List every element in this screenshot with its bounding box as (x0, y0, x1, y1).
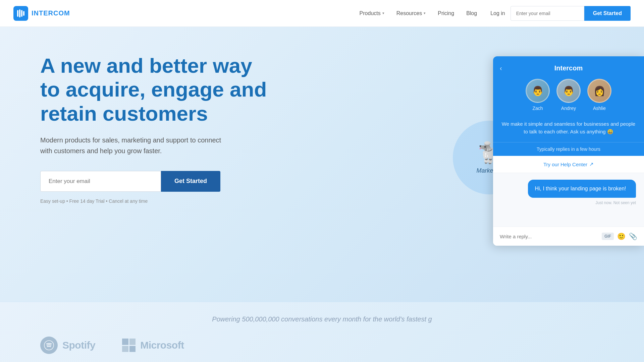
chat-messages: Hi, I think your landing page is broken!… (493, 173, 644, 227)
hero-tagline: Easy set-up • Free 14 day Trial • Cancel… (40, 198, 275, 204)
chat-input-area: GIF 🙂 📎 (493, 227, 644, 246)
agent-name-zach: Zach (532, 106, 543, 111)
logo-text: INTERCOM (32, 9, 70, 17)
agent-andrey: 👨 Andrey (556, 79, 581, 111)
microsoft-text: Microsoft (140, 340, 184, 351)
chat-message-meta: Just now. Not seen yet (501, 200, 636, 205)
attach-button[interactable]: 📎 (629, 232, 637, 240)
agent-name-ashlie: Ashlie (593, 106, 606, 111)
svg-rect-0 (17, 10, 18, 17)
logo[interactable]: INTERCOM (13, 6, 70, 21)
agent-name-andrey: Andrey (561, 106, 576, 111)
hero-content: A new and better way to acquire, engage … (40, 54, 275, 204)
agent-avatar-ashlie: 👩 (587, 79, 611, 103)
gif-button[interactable]: GIF (602, 233, 614, 240)
hero-subtext: Modern products for sales, marketing and… (40, 135, 235, 156)
nav-item-pricing[interactable]: Pricing (438, 10, 454, 16)
chat-reply-time: Typically replies in a few hours (493, 142, 644, 156)
svg-rect-3 (23, 11, 24, 16)
svg-rect-2 (21, 10, 22, 17)
spotify-icon (40, 337, 58, 354)
login-link[interactable]: Log in (490, 10, 505, 16)
nav-item-blog[interactable]: Blog (466, 10, 477, 16)
help-center-link[interactable]: Try our Help Center ↗ (501, 161, 636, 167)
navbar: INTERCOM Products ▾ Resources ▾ Pricing … (0, 0, 644, 27)
chat-description: We make it simple and seamless for busin… (493, 120, 644, 142)
brand-logos: Spotify Microsoft (40, 337, 604, 354)
chat-input-actions: GIF 🙂 📎 (602, 232, 637, 240)
nav-links: Products ▾ Resources ▾ Pricing Blog (360, 10, 477, 16)
logo-icon (13, 6, 28, 21)
agent-avatar-zach: 👨 (526, 79, 550, 103)
nav-item-resources[interactable]: Resources ▾ (396, 10, 426, 16)
emoji-button[interactable]: 🙂 (617, 232, 626, 240)
hero-get-started-button[interactable]: Get Started (161, 171, 220, 192)
external-link-icon: ↗ (589, 161, 594, 167)
chevron-down-icon: ▾ (382, 11, 384, 15)
brand-spotify: Spotify (40, 337, 95, 354)
hero-email-input[interactable] (40, 171, 161, 192)
chat-message-bubble: Hi, I think your landing page is broken! (528, 180, 636, 198)
powering-text: Powering 500,000,000 conversations every… (40, 315, 604, 323)
brand-microsoft: Microsoft (122, 339, 184, 352)
chat-agents: 👨 Zach 👨 Andrey 👩 Ashlie (501, 79, 636, 111)
chat-reply-input[interactable] (500, 234, 598, 239)
hero-section: A new and better way to acquire, engage … (0, 27, 644, 302)
chat-widget: ‹ Intercom 👨 Zach 👨 Andrey 👩 Ashlie We m… (493, 56, 644, 246)
agent-avatar-andrey: 👨 (556, 79, 581, 103)
nav-email-input[interactable] (511, 6, 584, 21)
chat-header: ‹ Intercom 👨 Zach 👨 Andrey 👩 Ashlie (493, 56, 644, 120)
agent-zach: 👨 Zach (526, 79, 550, 111)
chat-company-name: Intercom (501, 64, 636, 72)
agent-ashlie: 👩 Ashlie (587, 79, 611, 111)
svg-rect-1 (19, 9, 20, 17)
nav-item-products[interactable]: Products ▾ (360, 10, 384, 16)
nav-get-started-button[interactable]: Get Started (584, 6, 631, 21)
svg-point-4 (44, 341, 54, 350)
chat-help-center: Try our Help Center ↗ (493, 156, 644, 173)
back-button[interactable]: ‹ (500, 64, 502, 72)
powering-section: Powering 500,000,000 conversations every… (0, 302, 644, 362)
spotify-text: Spotify (62, 340, 95, 351)
chevron-down-icon: ▾ (424, 11, 426, 15)
hero-form: Get Started (40, 171, 275, 192)
microsoft-icon (122, 339, 136, 352)
hero-headline: A new and better way to acquire, engage … (40, 54, 275, 125)
